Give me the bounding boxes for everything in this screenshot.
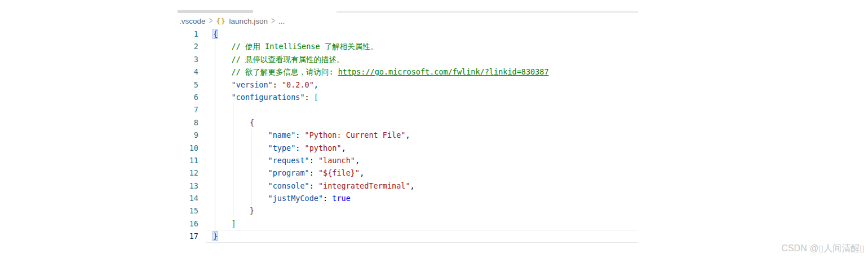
code-token: : [309,156,318,165]
code-line: "version": "0.2.0", [213,78,549,91]
line-number: 7 [178,103,198,116]
breadcrumb-file[interactable]: launch.json [229,17,268,25]
code-token: : [309,181,318,190]
code-token: "type" [268,143,296,152]
code-line: "program": "${file}", [213,167,549,179]
code-line: { [213,116,549,129]
comment-link[interactable]: https://go.microsoft.com/fwlink/?linkid=… [338,67,549,76]
code-token: "name" [268,130,296,139]
code-token: : [295,143,304,152]
line-number: 10 [178,142,198,154]
code-token [213,168,268,177]
line-number: 5 [178,78,198,91]
chevron-right-icon: > [209,16,213,27]
line-number: 8 [178,116,198,129]
code-token: ] [232,219,236,228]
line-number: 17 [178,230,198,242]
code-token: : [295,130,304,139]
tab-strip-fragment-right [336,11,638,13]
code-token: "integratedTerminal" [318,181,410,190]
code-token [213,42,232,51]
breadcrumb: .vscode > {} launch.json > ... [179,15,285,27]
code-line: "console": "integratedTerminal", [213,180,549,192]
code-token: // 使用 IntelliSense 了解相关属性。 [232,42,378,51]
code-token [213,194,268,203]
code-token: , [342,143,346,152]
code-token: : [323,194,332,203]
code-token: : [305,93,314,102]
code-token: , [314,80,318,89]
code-token: { [213,29,218,38]
code-line: "configurations": [ [213,91,549,103]
breadcrumb-symbol-tail[interactable]: ... [278,17,285,25]
code-line: // 使用 IntelliSense 了解相关属性。 [213,40,549,53]
code-token [213,93,232,102]
code-token: "launch" [318,156,355,165]
line-number: 3 [178,53,198,66]
code-token: "console" [268,181,309,190]
code-token: true [332,194,351,203]
line-number: 2 [178,40,198,53]
code-token: [ [314,93,318,102]
code-token [213,130,268,139]
line-number: 15 [178,204,198,217]
code-line: "type": "python", [213,142,549,154]
line-number: 13 [178,180,198,192]
code-token [213,55,232,64]
code-token: "request" [268,156,309,165]
line-number-gutter: 1234567891011121314151617 [178,28,198,243]
code-token [213,206,250,215]
json-file-icon: {} [216,17,226,25]
code-token: : [273,80,282,89]
code-token: "justMyCode" [268,194,324,203]
code-token: , [410,181,415,190]
breadcrumb-folder[interactable]: .vscode [179,17,206,25]
code-token [213,219,232,228]
line-number: 11 [178,154,198,167]
line-number: 16 [178,217,198,230]
code-token: { [250,118,254,127]
code-token: } [250,206,254,215]
code-line: "justMyCode": true [213,192,549,204]
line-number: 12 [178,167,198,179]
code-token: // 悬停以查看现有属性的描述。 [232,55,344,64]
code-line: { [213,28,549,40]
code-token [213,118,250,127]
line-number: 4 [178,66,198,78]
code-token: } [213,232,218,241]
code-token: , [360,168,364,177]
code-token [213,80,232,89]
code-line: } [213,230,549,242]
code-token: , [405,130,410,139]
code-token: "configurations" [232,93,305,102]
code-token: "python" [305,143,342,152]
line-number: 14 [178,192,198,204]
code-token: , [355,156,360,165]
code-token: "${file}" [318,168,360,177]
code-token [213,143,268,152]
code-token [213,67,232,76]
code-token: "Python: Current File" [305,130,406,139]
code-line: // 悬停以查看现有属性的描述。 [213,53,549,66]
code-token: "version" [232,80,273,89]
code-line [213,103,549,116]
code-token: "program" [268,168,309,177]
code-token [213,181,268,190]
code-line: ] [213,217,549,230]
chevron-right-icon: > [271,16,275,27]
code-editor[interactable]: { // 使用 IntelliSense 了解相关属性。 // 悬停以查看现有属… [213,28,549,243]
code-token [213,156,268,165]
tab-strip-fragment-left [178,10,253,13]
line-number: 1 [178,28,198,40]
code-line: // 欲了解更多信息，请访问: https://go.microsoft.com… [213,66,549,78]
line-number: 9 [178,129,198,141]
code-token: // 欲了解更多信息，请访问: [232,67,338,76]
watermark: CSDN @▯人间清醒▯ [781,243,865,255]
line-number: 6 [178,91,198,103]
code-line: "request": "launch", [213,154,549,167]
code-token: : [309,168,318,177]
code-line: "name": "Python: Current File", [213,129,549,141]
code-line: } [213,204,549,217]
code-token: "0.2.0" [282,80,314,89]
